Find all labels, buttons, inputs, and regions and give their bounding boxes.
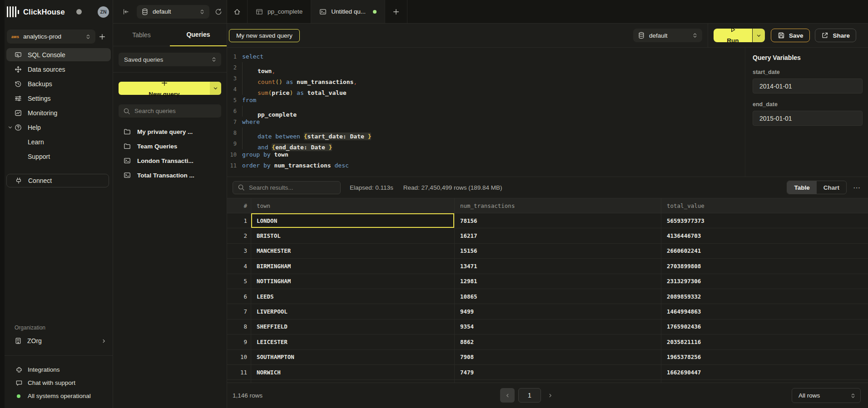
table-cell[interactable]: NORWICH — [251, 365, 454, 379]
collapse-sidebar-icon[interactable] — [122, 8, 129, 15]
table-cell[interactable]: 2660602241 — [661, 244, 868, 258]
table-cell[interactable]: 7479 — [454, 365, 661, 379]
run-database-selector[interactable]: default — [633, 29, 702, 42]
refresh-icon[interactable] — [215, 8, 222, 15]
saved-query-item[interactable]: My private query ... — [119, 125, 221, 138]
sidebar-item-help[interactable]: Help — [6, 121, 111, 134]
variable-input-start_date[interactable]: 2014-01-01 — [753, 79, 863, 93]
column-header-index[interactable]: # — [227, 198, 251, 213]
page-size-selector[interactable]: All rows — [792, 388, 861, 403]
view-table-button[interactable]: Table — [787, 181, 816, 194]
table-cell[interactable]: 1765902436 — [661, 320, 868, 334]
table-cell[interactable]: LEICESTER — [251, 334, 454, 349]
table-cell[interactable]: 9499 — [454, 304, 661, 319]
search-results-input[interactable]: Search results... — [233, 181, 341, 194]
sidebar-link-all-systems-operational[interactable]: All systems operational — [5, 389, 113, 403]
table-cell[interactable]: SHEFFIELD — [251, 320, 454, 334]
organization-selector[interactable]: ZOrg — [5, 334, 113, 348]
column-header-town[interactable]: town — [251, 198, 454, 213]
table-cell[interactable]: 15156 — [454, 244, 661, 258]
saved-query-name-button[interactable]: My new saved query — [229, 29, 300, 42]
service-selector[interactable]: aws analytics-prod — [7, 29, 95, 44]
next-page-button[interactable] — [548, 393, 553, 398]
table-cell[interactable]: 12981 — [454, 274, 661, 289]
saved-query-label: Team Queries — [137, 143, 177, 150]
sidebar-item-data-sources[interactable]: Data sources — [6, 63, 111, 76]
sidebar-item-monitoring[interactable]: Monitoring — [6, 106, 111, 119]
sidebar-item-backups[interactable]: Backups — [6, 77, 111, 90]
table-cell[interactable]: 7908 — [454, 350, 661, 364]
line-number: 10 — [227, 149, 242, 160]
variable-label: end_date — [753, 101, 863, 108]
table-cell[interactable]: LEEDS — [251, 289, 454, 304]
main-area: pp_complete Untitled qu... My new saved … — [227, 0, 868, 408]
more-options-icon[interactable]: ⋯ — [853, 183, 861, 192]
prev-page-button[interactable] — [500, 388, 515, 403]
table-cell[interactable]: 2035821116 — [661, 334, 868, 349]
saved-query-label: My private query ... — [137, 128, 193, 135]
table-cell[interactable]: LONDON — [251, 213, 454, 228]
table-cell[interactable]: 4136446703 — [661, 228, 868, 243]
share-button[interactable]: Share — [815, 29, 856, 42]
table-cell[interactable]: NOTTINGHAM — [251, 274, 454, 289]
table-cell[interactable]: 9354 — [454, 320, 661, 334]
table-cell[interactable]: BRISTOL — [251, 228, 454, 243]
page-number-input[interactable]: 1 — [518, 388, 541, 403]
connect-button[interactable]: Connect — [6, 174, 109, 187]
tab-untitled-query[interactable]: Untitled qu... — [311, 0, 385, 23]
row-index: 5 — [227, 274, 251, 289]
sidebar-item-sql-console[interactable]: SQL Console — [6, 48, 111, 61]
table-cell[interactable]: 2089859332 — [661, 289, 868, 304]
column-header-total_value[interactable]: total_value — [661, 198, 868, 213]
saved-queries-dropdown[interactable]: Saved queries — [119, 53, 221, 66]
table-cell[interactable]: 2703899808 — [661, 259, 868, 273]
table-cell[interactable]: 2313297306 — [661, 274, 868, 289]
new-tab-button[interactable] — [385, 0, 407, 23]
explorer-body: Saved queries New query Search queries M… — [113, 46, 227, 183]
home-tab[interactable] — [227, 0, 248, 23]
tab-pp-complete[interactable]: pp_complete — [248, 0, 311, 23]
new-query-button[interactable]: New query — [119, 82, 221, 95]
view-chart-button[interactable]: Chart — [817, 181, 846, 194]
run-options-dropdown[interactable] — [753, 29, 765, 42]
table-cell[interactable]: 8862 — [454, 334, 661, 349]
sql-editor[interactable]: 1select2town,3count() as num_transaction… — [227, 48, 745, 177]
tab-tables[interactable]: Tables — [113, 24, 170, 46]
run-button[interactable]: Run — [714, 29, 765, 42]
tab-queries[interactable]: Queries — [170, 24, 227, 46]
table-cell[interactable]: SOUTHAMPTON — [251, 350, 454, 364]
row-index: 6 — [227, 289, 251, 304]
table-cell[interactable]: MANCHESTER — [251, 244, 454, 258]
sidebar-item-support[interactable]: Support — [6, 150, 111, 163]
database-selector[interactable]: default — [137, 5, 209, 19]
sidebar-item-settings[interactable]: Settings — [6, 92, 111, 105]
avatar[interactable]: ZN — [98, 6, 109, 18]
table-icon — [256, 8, 263, 15]
sidebar-link-integrations[interactable]: Integrations — [5, 363, 113, 376]
save-button[interactable]: Save — [771, 29, 810, 42]
variable-input-end_date[interactable]: 2015-01-01 — [753, 111, 863, 126]
table-cell[interactable]: 13471 — [454, 259, 661, 273]
saved-query-item[interactable]: Total Transaction ... — [119, 169, 221, 182]
sidebar-link-chat-with-support[interactable]: Chat with support — [5, 376, 113, 389]
table-cell[interactable]: 10865 — [454, 289, 661, 304]
view-toggle: Table Chart — [787, 181, 847, 194]
table-cell[interactable]: LIVERPOOL — [251, 304, 454, 319]
table-cell[interactable]: 1662690447 — [661, 365, 868, 379]
add-service-button[interactable] — [95, 30, 109, 44]
new-query-dropdown[interactable] — [210, 82, 221, 95]
code-line: 7where — [227, 117, 745, 128]
search-queries-input[interactable]: Search queries — [119, 104, 221, 118]
table-cell[interactable]: 56593977373 — [661, 213, 868, 228]
table-cell[interactable]: 1464994863 — [661, 304, 868, 319]
table-cell[interactable]: 78156 — [454, 213, 661, 228]
sidebar-item-learn[interactable]: Learn — [6, 135, 111, 148]
table-cell[interactable]: BIRMINGHAM — [251, 259, 454, 273]
table-cell[interactable]: 16217 — [454, 228, 661, 243]
table-cell[interactable]: 1965378256 — [661, 350, 868, 364]
saved-query-item[interactable]: Team Queries — [119, 140, 221, 152]
line-number: 2 — [227, 62, 242, 73]
saved-query-item[interactable]: London Transacti... — [119, 154, 221, 167]
table-row: 11NORWICH74791662690447 — [227, 365, 868, 380]
column-header-num_transactions[interactable]: num_transactions — [454, 198, 661, 213]
